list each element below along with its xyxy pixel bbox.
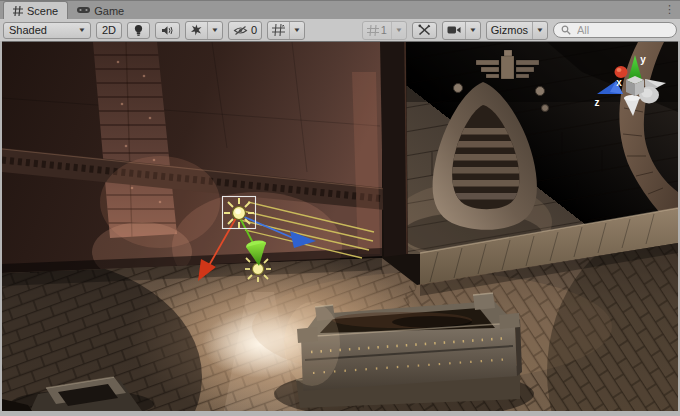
component-tools-button[interactable] xyxy=(412,22,437,39)
draw-mode-dropdown[interactable]: Shaded ▼ xyxy=(3,22,91,39)
tab-game[interactable]: Game xyxy=(68,2,133,19)
grid-visibility-group: ▼ xyxy=(267,21,305,40)
hidden-count: 0 xyxy=(251,24,257,36)
chevron-down-icon: ▼ xyxy=(395,27,403,33)
gizmos-dropdown[interactable]: ▼ xyxy=(532,22,547,39)
tools-icon xyxy=(418,24,431,36)
sun-light-icon[interactable] xyxy=(224,198,254,228)
effects-dropdown[interactable]: ▼ xyxy=(207,22,222,39)
scene-canvas[interactable]: y x z xyxy=(2,42,678,411)
axis-x-label: x xyxy=(616,77,622,88)
hidden-objects-group[interactable]: 0 xyxy=(228,21,262,40)
effects-star-icon xyxy=(190,24,203,36)
effects-button[interactable] xyxy=(186,22,207,39)
wall-knob xyxy=(542,105,549,112)
tab-menu-kebab-icon[interactable]: ⋮ xyxy=(664,2,675,17)
scene-search-field[interactable] xyxy=(553,22,677,38)
chevron-down-icon: ▼ xyxy=(536,27,544,33)
grid-snap-dropdown[interactable]: ▼ xyxy=(391,22,406,39)
tab-scene[interactable]: Scene xyxy=(3,1,68,19)
chevron-down-icon: ▼ xyxy=(469,27,477,33)
stone-trough[interactable] xyxy=(274,293,534,411)
axis-y-label: y xyxy=(640,54,646,65)
search-icon xyxy=(561,25,571,35)
scene-grid-icon xyxy=(13,6,23,16)
scene-lighting-button[interactable] xyxy=(127,22,150,39)
effects-group: ▼ xyxy=(185,21,223,40)
camera-icon xyxy=(447,25,461,35)
grid-snap-group: 1 ▼ xyxy=(362,21,407,40)
speaker-icon xyxy=(161,25,174,36)
gamepad-icon xyxy=(77,6,90,15)
camera-button[interactable] xyxy=(443,22,465,39)
grid-snap-icon xyxy=(367,25,379,36)
scene-toolbar: Shaded ▼ 2D ▼ xyxy=(0,19,680,41)
grid-snap-value: 1 xyxy=(381,24,387,36)
camera-settings-group: ▼ xyxy=(442,21,481,40)
tab-scene-label: Scene xyxy=(27,5,58,17)
eye-hidden-icon xyxy=(233,25,248,36)
toggle-2d-button[interactable]: 2D xyxy=(96,22,122,39)
tab-bar: Scene Game ⋮ xyxy=(0,1,680,19)
camera-dropdown[interactable]: ▼ xyxy=(465,22,480,39)
grid-axes-icon xyxy=(272,24,285,36)
gizmos-label: Gizmos xyxy=(491,24,528,36)
axis-z-label: z xyxy=(595,97,600,108)
grid-snap-button[interactable]: 1 xyxy=(363,22,391,39)
draw-mode-label: Shaded xyxy=(9,24,47,36)
chevron-down-icon: ▼ xyxy=(211,27,219,33)
scene-audio-button[interactable] xyxy=(155,22,180,39)
scene-viewport-frame: y x z xyxy=(2,41,678,411)
light-bulb-icon xyxy=(133,24,144,37)
gizmos-button[interactable]: Gizmos xyxy=(487,22,532,39)
scene-view-window: Scene Game ⋮ Shaded ▼ 2D xyxy=(0,0,680,416)
chevron-down-icon: ▼ xyxy=(78,27,86,33)
gizmo-cube[interactable] xyxy=(626,76,644,96)
tab-game-label: Game xyxy=(94,5,124,17)
chevron-down-icon: ▼ xyxy=(293,27,301,33)
wall-knob xyxy=(454,84,463,93)
gizmos-group: Gizmos ▼ xyxy=(486,21,548,40)
grid-visibility-dropdown[interactable]: ▼ xyxy=(289,22,304,39)
corner-pillar xyxy=(380,42,408,257)
search-input[interactable] xyxy=(575,23,669,37)
grid-visibility-button[interactable] xyxy=(268,22,289,39)
wall-knob xyxy=(536,87,545,96)
